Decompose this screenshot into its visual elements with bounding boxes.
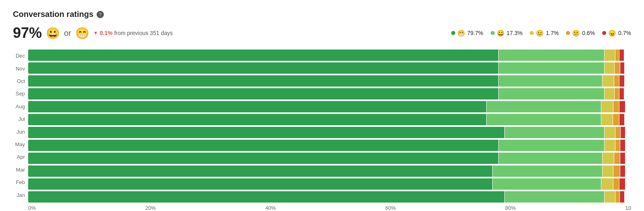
y-labels: DecNovOctSepAugJulJunMayAprMarFebJan bbox=[13, 50, 28, 211]
stats-row: 97% 😀 or 😁 ▼ 0.1% from previous 351 days… bbox=[13, 25, 631, 41]
bar-segment-terrible bbox=[619, 101, 625, 112]
bar-segment-good bbox=[486, 101, 601, 112]
title-row: Conversation ratings ? bbox=[13, 10, 631, 19]
bar-segment-great bbox=[28, 140, 498, 151]
bar-segment-good bbox=[498, 75, 602, 87]
x-label: 10 bbox=[625, 205, 631, 211]
bar-segment-neutral bbox=[604, 191, 615, 203]
bar-segment-bad bbox=[615, 140, 620, 151]
y-label-may: May bbox=[13, 142, 28, 147]
bar-segment-terrible bbox=[619, 114, 624, 125]
bar-segment-bad bbox=[615, 127, 620, 138]
legend-dot-good bbox=[491, 31, 495, 35]
bar-segment-neutral bbox=[601, 178, 613, 190]
chart-inner: 0%20%40%60%80%10 bbox=[28, 50, 631, 211]
bar-segment-bad bbox=[613, 178, 619, 190]
bar-segment-neutral bbox=[604, 50, 615, 61]
bar-segment-great bbox=[28, 178, 492, 190]
bar-row-jun bbox=[28, 127, 631, 138]
change-suffix: from previous 351 days bbox=[114, 30, 173, 36]
bar-row-nov bbox=[28, 62, 631, 74]
x-label: 60% bbox=[385, 205, 396, 211]
help-icon[interactable]: ? bbox=[97, 11, 104, 18]
bar-segment-bad bbox=[614, 62, 619, 74]
y-label-feb: Feb bbox=[13, 180, 28, 185]
legend-dot-terrible bbox=[602, 31, 606, 35]
x-label: 40% bbox=[265, 205, 276, 211]
bar-row-oct bbox=[28, 75, 631, 87]
stats-left: 97% 😀 or 😁 ▼ 0.1% from previous 351 days bbox=[13, 25, 173, 41]
or-label: or bbox=[64, 29, 71, 38]
bar-row-aug bbox=[28, 101, 631, 112]
bar-segment-neutral bbox=[604, 62, 614, 74]
legend-emoji-good: 😀 bbox=[497, 29, 505, 37]
bar-segment-terrible bbox=[620, 127, 625, 138]
legend-dot-neutral bbox=[530, 31, 534, 35]
bar-segment-terrible bbox=[620, 165, 625, 177]
bar-segment-bad bbox=[614, 88, 619, 99]
bar-row-mar bbox=[28, 165, 631, 177]
bar-row-dec bbox=[28, 50, 631, 61]
y-label-mar: Mar bbox=[13, 167, 28, 172]
bars-container bbox=[28, 50, 631, 203]
bar-segment-neutral bbox=[601, 114, 612, 125]
bar-segment-terrible bbox=[620, 62, 625, 74]
x-label: 20% bbox=[145, 205, 156, 211]
bar-segment-great bbox=[28, 50, 498, 61]
bar-segment-neutral bbox=[604, 127, 615, 138]
y-label-sep: Sep bbox=[13, 91, 28, 96]
bar-segment-good bbox=[486, 114, 601, 125]
bar-segment-neutral bbox=[602, 75, 613, 87]
bar-segment-great bbox=[28, 127, 504, 138]
x-label: 0% bbox=[28, 205, 36, 211]
bar-segment-bad bbox=[615, 50, 619, 61]
emoji-good: 😀 bbox=[46, 27, 60, 40]
bar-segment-neutral bbox=[604, 140, 615, 151]
bar-row-may bbox=[28, 140, 631, 151]
change-indicator: ▼ 0.1% from previous 351 days bbox=[93, 30, 173, 36]
bar-segment-great bbox=[28, 75, 498, 87]
y-label-aug: Aug bbox=[13, 104, 28, 109]
page-title: Conversation ratings bbox=[13, 10, 93, 19]
bar-segment-good bbox=[504, 127, 604, 138]
bar-segment-terrible bbox=[619, 50, 624, 61]
bar-segment-bad bbox=[613, 114, 619, 125]
emoji-great: 😁 bbox=[75, 27, 89, 40]
legend-dot-great bbox=[451, 31, 455, 35]
x-axis: 0%20%40%60%80%10 bbox=[28, 203, 631, 211]
y-label-dec: Dec bbox=[13, 53, 28, 58]
chart-area: DecNovOctSepAugJulJunMayAprMarFebJan 0%2… bbox=[13, 50, 631, 211]
bar-segment-great bbox=[28, 165, 492, 177]
y-label-jun: Jun bbox=[13, 129, 28, 134]
y-label-oct: Oct bbox=[13, 79, 28, 84]
legend-emoji-great: 😁 bbox=[457, 29, 465, 37]
bar-row-jan bbox=[28, 191, 631, 203]
legend-value-bad: 0.6% bbox=[582, 30, 595, 36]
bar-segment-good bbox=[492, 165, 602, 177]
bar-segment-neutral bbox=[604, 88, 614, 99]
legend-value-neutral: 1.7% bbox=[546, 30, 559, 36]
bar-segment-bad bbox=[613, 165, 619, 177]
bar-segment-good bbox=[498, 50, 604, 61]
legend: 😁 79.7% 😀 17.3% 😐 1.7% 😕 0.6% 😠 0.7% bbox=[451, 29, 631, 37]
legend-value-good: 17.3% bbox=[507, 30, 523, 36]
legend-item-good: 😀 17.3% bbox=[491, 29, 523, 37]
bar-segment-good bbox=[498, 153, 602, 164]
legend-emoji-bad: 😕 bbox=[572, 29, 580, 37]
legend-item-great: 😁 79.7% bbox=[451, 29, 483, 37]
change-value: 0.1% bbox=[100, 30, 113, 36]
bar-segment-good bbox=[492, 178, 601, 190]
overall-percent: 97% bbox=[13, 25, 42, 41]
bar-segment-bad bbox=[614, 153, 620, 164]
down-arrow-icon: ▼ bbox=[93, 30, 98, 36]
legend-value-terrible: 0.7% bbox=[618, 30, 631, 36]
bar-segment-good bbox=[498, 88, 604, 99]
x-label: 80% bbox=[505, 205, 516, 211]
legend-value-great: 79.7% bbox=[467, 30, 483, 36]
y-label-nov: Nov bbox=[13, 66, 28, 71]
y-label-jul: Jul bbox=[13, 116, 28, 122]
legend-item-neutral: 😐 1.7% bbox=[530, 29, 559, 37]
bar-segment-terrible bbox=[620, 140, 625, 151]
bar-row-sep bbox=[28, 88, 631, 99]
bar-segment-bad bbox=[614, 75, 619, 87]
